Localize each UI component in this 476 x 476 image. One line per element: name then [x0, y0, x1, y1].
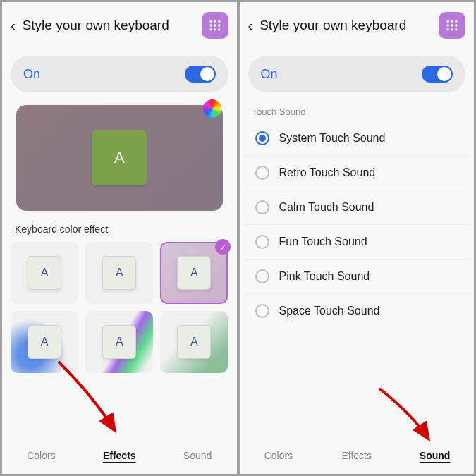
- svg-point-4: [214, 24, 216, 26]
- screen-effects: ‹ Style your own keyboard On A Keyboard …: [2, 2, 237, 474]
- svg-point-6: [209, 28, 212, 30]
- effect-key: A: [177, 256, 211, 290]
- effect-option-1[interactable]: A: [11, 242, 78, 304]
- svg-point-9: [447, 20, 449, 23]
- on-label: On: [23, 67, 40, 82]
- effects-section-label: Keyboard color effect: [2, 211, 237, 242]
- header: ‹ Style your own keyboard: [240, 2, 475, 46]
- sound-option-space[interactable]: Space Touch Sound: [244, 294, 470, 328]
- effect-grid: A A A ✓ A A A: [2, 242, 237, 373]
- effect-key: A: [102, 325, 136, 359]
- tab-effects[interactable]: Effects: [80, 444, 159, 467]
- effect-option-3[interactable]: A ✓: [160, 242, 228, 304]
- radio-icon: [255, 200, 269, 214]
- keyboard-preview-wrap: A: [2, 92, 237, 211]
- tab-colors[interactable]: Colors: [2, 444, 80, 467]
- grid-menu-button[interactable]: [202, 12, 228, 39]
- effect-key: A: [177, 325, 211, 359]
- svg-point-11: [455, 20, 457, 23]
- effect-option-4[interactable]: A: [11, 311, 78, 373]
- radio-icon: [255, 235, 269, 249]
- on-toggle-row[interactable]: On: [11, 56, 228, 92]
- sound-option-pink[interactable]: Pink Touch Sound: [244, 260, 470, 294]
- svg-point-13: [451, 24, 453, 26]
- radio-icon: [255, 269, 269, 283]
- effect-option-5[interactable]: A: [85, 311, 153, 373]
- touch-sound-list: System Touch Sound Retro Touch Sound Cal…: [240, 121, 475, 328]
- radio-label: Fun Touch Sound: [279, 236, 367, 248]
- effect-option-6[interactable]: A: [160, 311, 228, 373]
- radio-label: Calm Touch Sound: [279, 201, 374, 214]
- radio-icon: [255, 166, 269, 180]
- sound-section-label: Touch Sound: [240, 92, 475, 121]
- header: ‹ Style your own keyboard: [2, 2, 237, 46]
- toggle-switch[interactable]: [422, 66, 453, 83]
- page-title: Style your own keyboard: [23, 18, 195, 33]
- toggle-switch[interactable]: [185, 66, 216, 83]
- sound-option-calm[interactable]: Calm Touch Sound: [244, 190, 470, 225]
- on-label: On: [261, 67, 278, 82]
- effect-key: A: [28, 256, 61, 290]
- tab-bar: Colors Effects Sound: [240, 439, 475, 474]
- tab-bar: Colors Effects Sound: [2, 439, 237, 474]
- radio-icon: [255, 131, 269, 145]
- svg-point-3: [209, 24, 212, 26]
- svg-point-16: [451, 28, 453, 30]
- tab-sound[interactable]: Sound: [396, 444, 474, 467]
- grid-icon: [445, 18, 459, 32]
- svg-point-15: [447, 28, 449, 30]
- radio-label: System Touch Sound: [279, 132, 386, 145]
- keyboard-preview: A: [16, 105, 223, 211]
- sound-option-retro[interactable]: Retro Touch Sound: [244, 156, 470, 190]
- svg-point-12: [447, 24, 449, 26]
- tab-colors[interactable]: Colors: [240, 444, 318, 467]
- grid-menu-button[interactable]: [439, 12, 465, 39]
- svg-point-17: [455, 28, 457, 30]
- effect-key: A: [28, 325, 61, 359]
- svg-point-7: [214, 28, 216, 30]
- svg-point-0: [209, 20, 212, 23]
- svg-point-14: [455, 24, 457, 26]
- effect-key: A: [102, 256, 136, 290]
- on-toggle-row[interactable]: On: [248, 56, 466, 92]
- sound-option-system[interactable]: System Touch Sound: [244, 121, 470, 156]
- svg-point-1: [214, 20, 216, 23]
- color-wheel-icon[interactable]: [203, 99, 221, 118]
- page-title: Style your own keyboard: [260, 18, 432, 33]
- svg-point-8: [218, 28, 220, 30]
- screen-sound: ‹ Style your own keyboard On Touch Sound…: [240, 2, 475, 474]
- tab-sound[interactable]: Sound: [159, 444, 237, 467]
- radio-label: Space Touch Sound: [279, 305, 380, 317]
- radio-icon: [255, 304, 269, 318]
- radio-label: Pink Touch Sound: [279, 270, 370, 283]
- svg-point-2: [218, 20, 220, 23]
- grid-icon: [208, 18, 222, 32]
- svg-point-10: [451, 20, 453, 23]
- preview-key: A: [92, 130, 147, 185]
- back-icon[interactable]: ‹: [248, 18, 253, 34]
- check-icon: ✓: [215, 239, 231, 255]
- svg-point-5: [218, 24, 220, 26]
- effect-option-2[interactable]: A: [85, 242, 153, 304]
- radio-label: Retro Touch Sound: [279, 166, 376, 179]
- tab-effects[interactable]: Effects: [317, 444, 396, 467]
- back-icon[interactable]: ‹: [11, 18, 16, 34]
- sound-option-fun[interactable]: Fun Touch Sound: [244, 225, 470, 260]
